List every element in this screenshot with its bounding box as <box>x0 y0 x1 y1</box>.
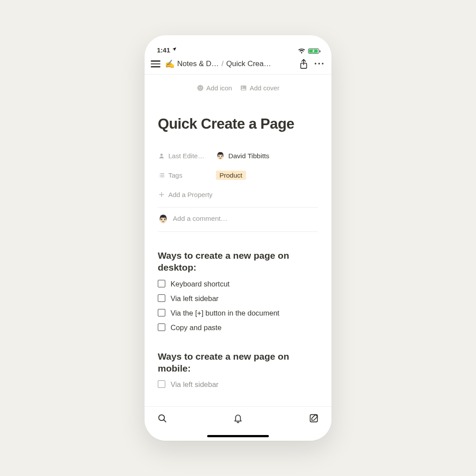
page-content: Add icon Add cover Quick Create a Page L… <box>145 74 331 406</box>
todo-item[interactable]: Copy and paste <box>158 323 318 332</box>
property-value: David Tibbitts <box>228 152 269 160</box>
svg-point-5 <box>242 86 243 88</box>
todo-list: Keyboard shortcut Via left sidebar Via t… <box>158 279 318 333</box>
image-icon <box>240 85 247 92</box>
checkbox[interactable] <box>158 294 165 302</box>
todo-label: Keyboard shortcut <box>171 279 230 289</box>
todo-label: Via left sidebar <box>171 294 219 303</box>
page-emoji-icon: ✍️ <box>165 59 175 69</box>
share-button[interactable] <box>298 58 309 70</box>
svg-point-12 <box>159 177 159 177</box>
add-icon-button[interactable]: Add icon <box>197 84 232 92</box>
property-row-tags[interactable]: Tags Product <box>158 166 318 185</box>
more-icon: ··· <box>314 59 325 69</box>
plus-icon <box>158 191 165 198</box>
todo-list: Via left sidebar <box>158 379 318 389</box>
phone-frame: 1:41 ✍️ Notes & D… / <box>145 35 331 441</box>
todo-item[interactable]: Via left sidebar <box>158 379 318 389</box>
emoji-icon <box>197 85 204 92</box>
todo-label: Copy and paste <box>171 323 222 332</box>
todo-item[interactable]: Keyboard shortcut <box>158 279 318 289</box>
properties-block: Last Edite… 👨🏻 David Tibbitts Tags <box>158 146 318 232</box>
status-time: 1:41 <box>157 46 170 54</box>
svg-point-3 <box>201 87 201 88</box>
add-comment-button[interactable]: 👨🏻 Add a comment… <box>158 208 318 225</box>
add-cover-button[interactable]: Add cover <box>240 84 279 92</box>
svg-point-10 <box>159 174 159 174</box>
add-property-label: Add a Property <box>168 191 212 198</box>
divider <box>158 231 318 232</box>
checkbox[interactable] <box>158 280 165 287</box>
tag-pill[interactable]: Product <box>216 171 246 180</box>
section-heading[interactable]: Ways to create a new page on mobile: <box>158 350 318 375</box>
page-title[interactable]: Quick Create a Page <box>158 115 318 132</box>
checkbox[interactable] <box>158 309 165 316</box>
battery-icon <box>308 48 319 54</box>
notifications-button[interactable] <box>232 412 244 424</box>
more-button[interactable]: ··· <box>314 58 325 70</box>
status-bar: 1:41 <box>145 35 331 55</box>
svg-point-1 <box>197 85 203 91</box>
todo-label: Via the [+] button in the document <box>171 308 279 318</box>
checkbox[interactable] <box>158 324 165 331</box>
home-indicator[interactable] <box>207 435 269 437</box>
svg-point-6 <box>160 154 162 156</box>
svg-point-11 <box>159 175 159 175</box>
person-icon <box>158 152 165 160</box>
property-row-last-edited[interactable]: Last Edite… 👨🏻 David Tibbitts <box>158 146 318 166</box>
breadcrumb-separator: / <box>221 60 223 68</box>
search-button[interactable] <box>156 412 168 424</box>
list-icon <box>158 172 165 179</box>
user-avatar-icon: 👨🏻 <box>216 152 225 160</box>
add-icon-label: Add icon <box>206 84 232 92</box>
svg-point-2 <box>199 87 200 88</box>
comment-placeholder: Add a comment… <box>173 215 227 223</box>
add-cover-label: Add cover <box>249 84 279 92</box>
todo-item[interactable]: Via the [+] button in the document <box>158 308 318 318</box>
svg-line-16 <box>164 420 166 422</box>
menu-button[interactable] <box>151 60 160 67</box>
breadcrumb-current: Quick Crea… <box>226 60 271 68</box>
add-property-button[interactable]: Add a Property <box>158 185 318 205</box>
breadcrumb-parent: Notes & D… <box>177 60 219 68</box>
compose-button[interactable] <box>308 412 320 424</box>
todo-item[interactable]: Via left sidebar <box>158 294 318 303</box>
nav-bar: ✍️ Notes & D… / Quick Crea… ··· <box>145 55 331 74</box>
checkbox[interactable] <box>158 380 165 388</box>
todo-label: Via left sidebar <box>171 379 219 389</box>
property-label: Tags <box>168 171 182 179</box>
wifi-icon <box>298 48 305 54</box>
location-icon <box>172 47 177 53</box>
property-label: Last Edite… <box>168 152 205 160</box>
breadcrumb[interactable]: ✍️ Notes & D… / Quick Crea… <box>165 59 294 69</box>
user-avatar-icon: 👨🏻 <box>158 214 168 224</box>
section-heading[interactable]: Ways to create a new page on desktop: <box>158 249 318 274</box>
